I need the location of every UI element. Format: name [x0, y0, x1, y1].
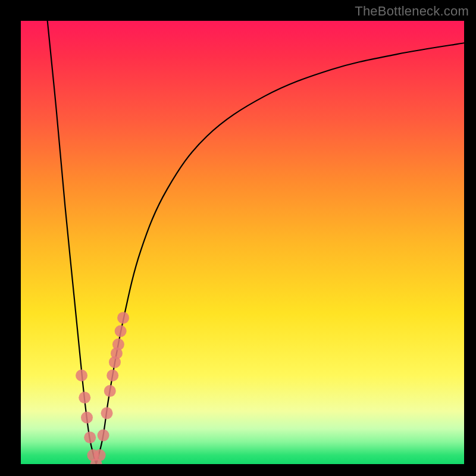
sample-dot	[117, 312, 129, 324]
sample-dot	[84, 431, 96, 443]
sample-dot	[115, 325, 127, 337]
sample-dot	[98, 430, 109, 441]
plot-area	[21, 21, 464, 464]
sample-dot	[81, 412, 93, 424]
watermark-text: TheBottleneck.com	[355, 4, 469, 19]
sample-dot	[112, 339, 124, 350]
chart-frame: TheBottleneck.com	[0, 0, 476, 476]
sample-dot	[79, 392, 90, 403]
sample-dot	[101, 407, 113, 419]
sample-dot	[94, 449, 106, 461]
right-branch-path	[96, 43, 464, 464]
curve-layer	[21, 21, 464, 464]
sample-dot	[104, 385, 116, 397]
sample-dot	[107, 369, 118, 381]
sample-dot	[76, 369, 87, 381]
